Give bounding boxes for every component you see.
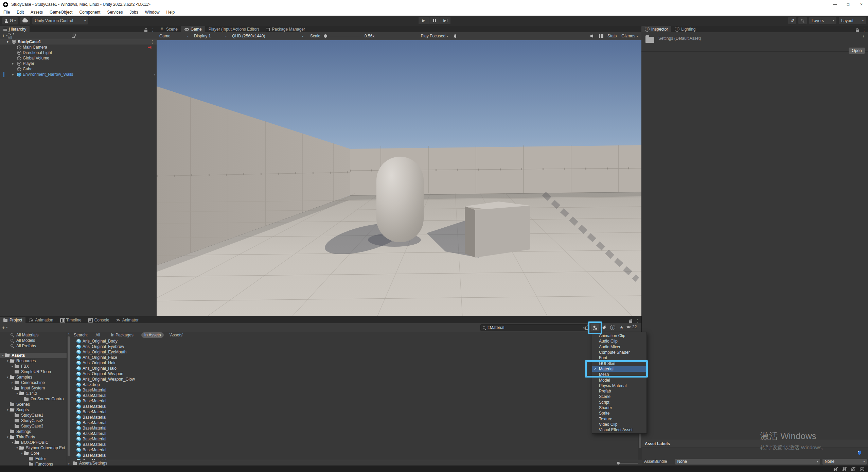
tree-item[interactable]: StudyCase1	[0, 413, 67, 418]
kebab-menu-icon[interactable]: ⋮	[150, 40, 154, 44]
search-scope-option[interactable]: All	[92, 332, 103, 338]
asset-row[interactable]: Aris_Original_Weapon_Glow	[71, 377, 642, 382]
debugger-disabled-icon[interactable]	[833, 467, 838, 472]
expand-arrow-icon[interactable]	[10, 441, 15, 444]
asset-row[interactable]: BaseMaterial	[71, 409, 642, 415]
menu-option[interactable]: ✓ Compute Shader	[592, 350, 646, 355]
bottom-tab[interactable]: Timeline	[57, 317, 85, 323]
step-button[interactable]: ▶	[440, 17, 450, 24]
lock-icon[interactable]	[144, 30, 147, 32]
tree-item[interactable]: Skybox Cubemap Ext	[0, 445, 67, 451]
asset-row[interactable]: BaseMaterial	[71, 398, 642, 404]
asset-row[interactable]: Aris_Original_Face	[71, 355, 642, 360]
bottom-tab[interactable]: Console	[85, 317, 113, 323]
create-asset-button[interactable]: +	[2, 325, 5, 330]
play-button[interactable]: ▶	[419, 17, 429, 24]
kebab-menu-icon[interactable]: ⋮	[636, 319, 639, 323]
tree-item[interactable]: All Materials	[0, 332, 67, 338]
game-viewport[interactable]	[157, 40, 641, 316]
tree-item[interactable]: Assets	[0, 353, 67, 358]
tree-item[interactable]: Samples	[0, 374, 67, 380]
mute-audio-icon[interactable]	[590, 34, 595, 38]
hierarchy-item[interactable]: Cube ›	[0, 66, 157, 72]
asset-row[interactable]: Aris_Original_EyeMouth	[71, 349, 642, 355]
hierarchy-item[interactable]: Main Camera ›	[0, 45, 157, 50]
expand-arrow-icon[interactable]	[12, 62, 17, 65]
scale-slider-knob[interactable]	[324, 34, 327, 38]
hidden-count-toggle[interactable]: 22	[626, 325, 637, 329]
chevron-down-icon[interactable]: ▾	[6, 326, 7, 329]
status-ok-icon[interactable]	[860, 467, 865, 472]
expand-arrow-icon[interactable]	[20, 452, 24, 455]
tree-item[interactable]: Core	[0, 451, 67, 456]
tree-item[interactable]: Editor	[0, 456, 67, 461]
asset-label-tag-icon[interactable]	[857, 450, 862, 455]
menu-option[interactable]: ✓ Video Clip	[592, 422, 646, 427]
thumbnail-size-slider[interactable]	[618, 463, 638, 464]
project-search-field[interactable]: ×	[480, 324, 587, 331]
asset-row[interactable]: BaseMaterial	[71, 425, 642, 431]
project-search-input[interactable]	[488, 325, 583, 330]
tree-item[interactable]: FBX	[0, 364, 67, 369]
scroll-up-icon[interactable]: ▲	[68, 332, 70, 335]
chevron-right-icon[interactable]: ›	[154, 73, 155, 76]
expand-arrow-icon[interactable]	[5, 408, 10, 412]
asset-row[interactable]: BaseMaterial	[71, 431, 642, 436]
inspector-tab[interactable]: i Inspector	[641, 26, 671, 32]
tree-item[interactable]: On-Screen Contro	[0, 396, 67, 402]
tree-item[interactable]: 1.14.2	[0, 391, 67, 396]
gizmos-dropdown[interactable]: Gizmos▾	[619, 32, 641, 40]
tree-item[interactable]: Cinemachine	[0, 380, 67, 385]
asset-labels-section[interactable]: Asset Labels	[641, 440, 868, 448]
asset-row[interactable]: BaseMaterial	[71, 387, 642, 393]
cache-disabled-icon[interactable]	[842, 467, 847, 472]
menu-option[interactable]: ✓ Texture	[592, 416, 646, 421]
menu-item[interactable]: Help	[163, 9, 178, 16]
inspector-tab[interactable]: i Lighting	[671, 26, 699, 32]
asset-row[interactable]: BaseMaterial	[71, 393, 642, 398]
menu-option[interactable]: ✓ Scene	[592, 394, 646, 399]
menu-option[interactable]: ✓ Shader	[592, 405, 646, 410]
layers-dropdown[interactable]: Layers ▾	[809, 17, 836, 24]
tree-scrollbar[interactable]: ▲ ▼	[67, 332, 71, 466]
lock-icon[interactable]	[856, 30, 859, 32]
asset-row[interactable]: BaseMaterial	[71, 415, 642, 420]
menu-option[interactable]: ✓ Audio Mixer	[592, 344, 646, 350]
tree-item[interactable]: ThirdParty	[0, 434, 67, 440]
menu-option[interactable]: ✓ Audio Clip	[592, 338, 646, 344]
view-tab[interactable]: Scene	[157, 26, 181, 32]
hierarchy-item[interactable]: Player ›	[0, 61, 157, 66]
tree-item[interactable]: SimpleURPToon	[0, 369, 67, 374]
expand-arrow-icon[interactable]	[10, 381, 15, 384]
menu-item[interactable]: Window	[142, 9, 163, 16]
tree-item[interactable]: BOXOPHOBIC	[0, 440, 67, 445]
view-mode-dropdown[interactable]: Game▾	[157, 32, 191, 40]
tree-item[interactable]: Scenes	[0, 402, 67, 407]
picking-icon[interactable]	[72, 34, 75, 37]
view-tab[interactable]: Package Manager	[262, 26, 308, 32]
menu-item[interactable]: Edit	[13, 9, 27, 16]
view-tab[interactable]: Game	[181, 26, 205, 32]
kebab-menu-icon[interactable]: ⋮	[862, 34, 865, 39]
tree-item[interactable]: Input System	[0, 385, 67, 391]
hierarchy-item[interactable]: Global Volume ›	[0, 55, 157, 61]
tree-item[interactable]: All Prefabs	[0, 343, 67, 349]
breadcrumb[interactable]: Assets/Settings	[79, 461, 107, 466]
asset-row[interactable]: BaseMaterial	[71, 436, 642, 442]
expand-arrow-icon[interactable]	[15, 446, 19, 450]
tree-scrollbar-thumb[interactable]	[68, 336, 70, 456]
search-scope-option[interactable]: In Assets	[141, 332, 164, 338]
tree-item[interactable]: Settings	[0, 429, 67, 434]
display-dropdown[interactable]: Display 1▾	[191, 32, 229, 40]
scroll-down-icon[interactable]: ▼	[68, 463, 70, 465]
expand-arrow-icon[interactable]	[10, 386, 15, 390]
expand-arrow-icon[interactable]	[10, 365, 15, 368]
menu-option[interactable]: ✓ Visual Effect Asset	[592, 427, 646, 433]
expand-arrow-icon[interactable]	[12, 73, 17, 76]
asset-row[interactable]: Backdrop	[71, 382, 642, 387]
debug-icon[interactable]	[453, 34, 457, 38]
expand-arrow-icon[interactable]	[5, 435, 10, 439]
menu-item[interactable]: Assets	[27, 9, 46, 16]
expand-arrow-icon[interactable]	[5, 375, 10, 379]
layout-dropdown[interactable]: Layout ▾	[839, 17, 866, 24]
